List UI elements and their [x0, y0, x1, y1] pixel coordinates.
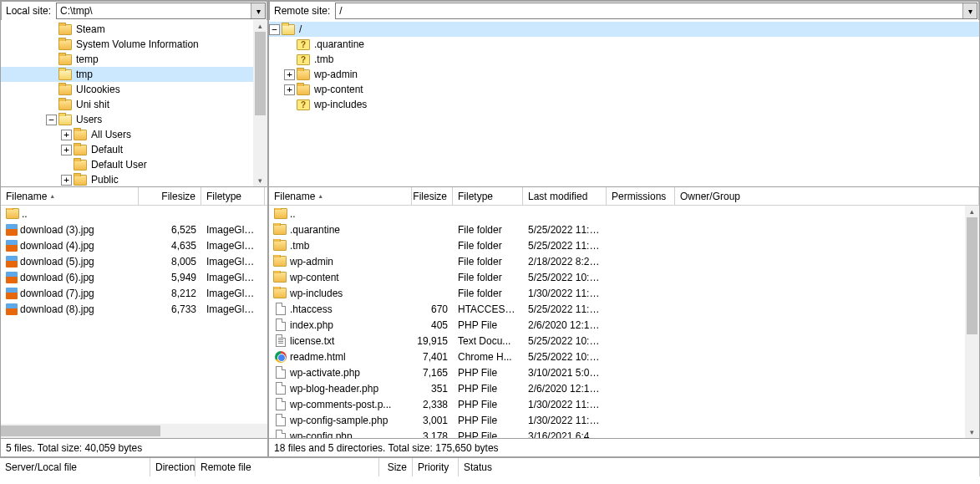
- parent-dir[interactable]: ..: [1, 206, 267, 222]
- expand-icon[interactable]: +: [284, 69, 295, 80]
- tree-item[interactable]: +wp-admin: [269, 67, 979, 82]
- scroll-up-icon[interactable]: ▴: [253, 20, 267, 32]
- remote-tree[interactable]: −/?.quarantine?.tmb+wp-admin+wp-content?…: [269, 20, 979, 187]
- file-modified: 5/25/2022 10:5...: [523, 272, 607, 283]
- file-row[interactable]: download (6).jpg 5,949 ImageGlass: [1, 269, 267, 285]
- scroll-up-icon[interactable]: ▴: [965, 206, 979, 217]
- local-h-scrollbar[interactable]: [1, 424, 267, 438]
- file-row[interactable]: .tmb File folder 5/25/2022 11:2...: [269, 237, 965, 253]
- scrollbar-thumb[interactable]: [1, 425, 160, 436]
- col-modified[interactable]: Last modified: [523, 187, 607, 205]
- local-site-dropdown-icon[interactable]: ▾: [251, 3, 265, 18]
- file-row[interactable]: index.php 405 PHP File 2/6/2020 12:18:..…: [269, 317, 965, 333]
- file-name: wp-includes: [290, 288, 343, 299]
- expand-icon[interactable]: +: [61, 175, 72, 186]
- file-size: 8,005: [139, 256, 201, 267]
- tree-item[interactable]: Uni shit: [1, 97, 267, 112]
- file-icon: [274, 318, 287, 332]
- file-name: .tmb: [290, 240, 309, 252]
- file-type: File folder: [453, 272, 523, 283]
- file-name: wp-comments-post.p...: [290, 399, 391, 410]
- file-row[interactable]: wp-activate.php 7,165 PHP File 3/10/2021…: [269, 364, 965, 380]
- tree-item[interactable]: System Volume Information: [1, 37, 267, 52]
- tree-item[interactable]: tmp: [1, 67, 267, 82]
- scrollbar-thumb[interactable]: [967, 217, 977, 334]
- scrollbar-thumb[interactable]: [255, 32, 266, 115]
- tree-item[interactable]: temp: [1, 52, 267, 67]
- local-site-input[interactable]: [57, 3, 251, 18]
- folder-icon: [274, 271, 287, 284]
- file-row[interactable]: license.txt 19,915 Text Docu... 5/25/202…: [269, 333, 965, 349]
- col-status[interactable]: Status: [459, 458, 980, 476]
- col-filename[interactable]: Filename▲: [269, 187, 412, 205]
- expand-icon[interactable]: +: [61, 130, 72, 140]
- folder-icon: [6, 208, 19, 219]
- remote-v-scrollbar[interactable]: ▴ ▾: [965, 206, 979, 438]
- file-type: ImageGlass: [201, 272, 265, 283]
- file-row[interactable]: .quarantine File folder 5/25/2022 11:0..…: [269, 222, 965, 237]
- file-type: PHP File: [453, 431, 523, 439]
- col-filetype[interactable]: Filetype: [201, 187, 265, 205]
- col-server[interactable]: Server/Local file: [0, 458, 150, 476]
- col-filesize[interactable]: Filesize: [139, 187, 201, 205]
- tree-item[interactable]: +wp-content: [269, 82, 979, 97]
- file-type: File folder: [453, 240, 523, 252]
- local-tree-scrollbar[interactable]: ▴ ▾: [253, 20, 267, 186]
- local-site-select[interactable]: ▾: [56, 3, 266, 19]
- remote-site-select[interactable]: ▾: [335, 3, 977, 19]
- tree-item[interactable]: ?wp-includes: [269, 97, 979, 112]
- tree-item-label: Public: [89, 174, 120, 186]
- local-file-list[interactable]: .. download (3).jpg 6,525 ImageGlass dow…: [1, 206, 267, 438]
- file-row[interactable]: download (4).jpg 4,635 ImageGlass: [1, 237, 267, 253]
- file-row[interactable]: wp-comments-post.p... 2,338 PHP File 1/3…: [269, 396, 965, 412]
- tree-item[interactable]: Default User: [1, 157, 267, 172]
- col-permissions[interactable]: Permissions: [607, 187, 675, 205]
- file-row[interactable]: download (7).jpg 8,212 ImageGlass: [1, 285, 267, 301]
- file-row[interactable]: download (8).jpg 6,733 ImageGlass: [1, 301, 267, 317]
- tree-item[interactable]: ?.tmb: [269, 52, 979, 67]
- col-size[interactable]: Size: [379, 458, 413, 476]
- file-name: download (4).jpg: [20, 240, 94, 252]
- file-row[interactable]: download (5).jpg 8,005 ImageGlass: [1, 253, 267, 269]
- col-priority[interactable]: Priority: [413, 458, 459, 476]
- scroll-down-icon[interactable]: ▾: [965, 426, 979, 438]
- tree-item[interactable]: +Public: [1, 172, 267, 187]
- col-remote-file[interactable]: Remote file: [195, 458, 379, 476]
- scroll-down-icon[interactable]: ▾: [253, 175, 267, 186]
- expand-icon[interactable]: +: [61, 145, 72, 155]
- parent-dir[interactable]: ..: [269, 206, 965, 222]
- remote-file-list[interactable]: .. .quarantine File folder 5/25/2022 11:…: [269, 206, 979, 438]
- file-row[interactable]: wp-blog-header.php 351 PHP File 2/6/2020…: [269, 380, 965, 396]
- tree-item[interactable]: ?.quarantine: [269, 37, 979, 52]
- folder-icon: [274, 287, 287, 300]
- remote-site-input[interactable]: [336, 3, 962, 18]
- tree-item[interactable]: UIcookies: [1, 82, 267, 97]
- file-row[interactable]: readme.html 7,401 Chrome H... 5/25/2022 …: [269, 349, 965, 364]
- tree-item[interactable]: +Default: [1, 142, 267, 157]
- file-type: PHP File: [453, 399, 523, 410]
- file-row[interactable]: wp-includes File folder 1/30/2022 11:2..…: [269, 285, 965, 301]
- file-size: 7,401: [412, 351, 453, 363]
- col-filesize[interactable]: Filesize: [412, 187, 453, 205]
- tree-item[interactable]: Steam: [1, 22, 267, 37]
- tree-item[interactable]: +All Users: [1, 127, 267, 142]
- tree-item[interactable]: −Users: [1, 112, 267, 127]
- file-name: index.php: [290, 319, 333, 331]
- remote-site-dropdown-icon[interactable]: ▾: [962, 3, 977, 18]
- expand-icon[interactable]: +: [284, 84, 295, 95]
- file-row[interactable]: wp-content File folder 5/25/2022 10:5...: [269, 269, 965, 285]
- collapse-icon[interactable]: −: [269, 24, 280, 35]
- collapse-icon[interactable]: −: [46, 115, 57, 125]
- folder-icon: [274, 255, 287, 268]
- file-row[interactable]: download (3).jpg 6,525 ImageGlass: [1, 222, 267, 237]
- file-row[interactable]: .htaccess 670 HTACCESS ... 5/25/2022 11:…: [269, 301, 965, 317]
- file-row[interactable]: wp-admin File folder 2/18/2022 8:26:...: [269, 253, 965, 269]
- file-row[interactable]: wp-config-sample.php 3,001 PHP File 1/30…: [269, 412, 965, 428]
- col-owner[interactable]: Owner/Group: [675, 187, 979, 205]
- col-direction[interactable]: Direction: [150, 458, 195, 476]
- file-row[interactable]: wp-config.php 3,178 PHP File 3/16/2021 6…: [269, 428, 965, 438]
- col-filetype[interactable]: Filetype: [453, 187, 523, 205]
- tree-item[interactable]: −/: [269, 22, 979, 37]
- local-tree[interactable]: SteamSystem Volume InformationtemptmpUIc…: [1, 20, 267, 187]
- col-filename[interactable]: Filename▲: [1, 187, 139, 205]
